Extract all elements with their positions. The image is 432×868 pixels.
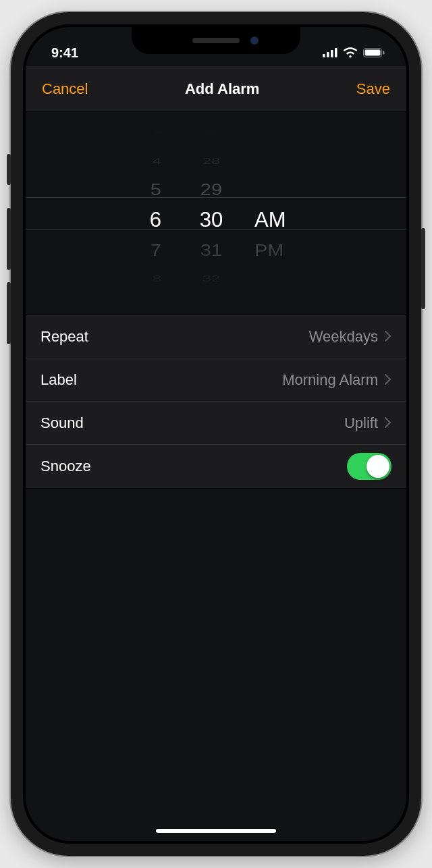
minute-option[interactable]: 27 bbox=[204, 129, 219, 138]
page-title: Add Alarm bbox=[185, 80, 259, 98]
toggle-knob bbox=[367, 455, 389, 478]
phone-bezel: 9:41 Cancel Add Alarm Save bbox=[23, 24, 409, 844]
home-indicator[interactable] bbox=[156, 829, 276, 833]
hour-option[interactable]: 7 bbox=[151, 238, 161, 263]
chevron-right-icon bbox=[385, 328, 392, 346]
chevron-right-icon bbox=[385, 371, 392, 389]
status-time: 9:41 bbox=[51, 45, 78, 61]
volume-up-button bbox=[7, 208, 11, 270]
mute-switch bbox=[7, 154, 11, 185]
side-button bbox=[421, 228, 425, 309]
phone-frame: 9:41 Cancel Add Alarm Save bbox=[11, 12, 421, 856]
sound-label: Sound bbox=[40, 414, 84, 432]
label-label: Label bbox=[40, 371, 77, 389]
hour-option[interactable]: 3 bbox=[154, 129, 161, 138]
label-cell[interactable]: Label Morning Alarm bbox=[26, 358, 406, 402]
save-button[interactable]: Save bbox=[356, 80, 390, 98]
svg-rect-6 bbox=[383, 51, 385, 55]
screen: 9:41 Cancel Add Alarm Save bbox=[26, 27, 406, 841]
notch bbox=[132, 27, 300, 54]
snooze-cell: Snooze bbox=[26, 445, 406, 488]
nav-bar: Cancel Add Alarm Save bbox=[26, 66, 406, 112]
hour-option[interactable]: 9 bbox=[154, 303, 161, 312]
chevron-right-icon bbox=[385, 414, 392, 432]
hour-option[interactable]: 8 bbox=[153, 271, 161, 286]
battery-icon bbox=[363, 48, 385, 57]
label-value: Morning Alarm bbox=[282, 371, 378, 389]
minute-option[interactable]: 28 bbox=[202, 153, 221, 169]
sound-value: Uplift bbox=[344, 414, 378, 432]
svg-rect-3 bbox=[335, 48, 338, 57]
repeat-cell[interactable]: Repeat Weekdays bbox=[26, 315, 406, 358]
svg-rect-2 bbox=[331, 50, 333, 57]
volume-down-button bbox=[7, 282, 11, 344]
alarm-settings-list: Repeat Weekdays Label Morning Alarm bbox=[26, 315, 406, 489]
repeat-label: Repeat bbox=[40, 328, 88, 346]
cellular-signal-icon bbox=[323, 48, 338, 57]
svg-rect-5 bbox=[365, 50, 381, 56]
repeat-value: Weekdays bbox=[309, 328, 378, 346]
picker-selection-band bbox=[26, 197, 406, 229]
front-camera bbox=[250, 36, 259, 45]
period-option[interactable]: PM bbox=[254, 238, 284, 263]
speaker-grille bbox=[192, 38, 240, 43]
snooze-toggle[interactable] bbox=[347, 453, 392, 480]
minute-option[interactable]: 31 bbox=[200, 238, 222, 263]
snooze-label: Snooze bbox=[40, 458, 91, 475]
svg-rect-0 bbox=[323, 54, 325, 57]
minute-option[interactable]: 33 bbox=[204, 303, 219, 312]
minute-option[interactable]: 32 bbox=[202, 271, 221, 286]
wifi-icon bbox=[343, 47, 358, 58]
time-picker: 3 4 5 6 7 8 9 27 28 29 30 31 32 33 bbox=[26, 112, 406, 315]
cancel-button[interactable]: Cancel bbox=[42, 80, 88, 98]
sound-cell[interactable]: Sound Uplift bbox=[26, 402, 406, 445]
svg-rect-1 bbox=[327, 52, 329, 57]
hour-option[interactable]: 4 bbox=[153, 153, 161, 169]
